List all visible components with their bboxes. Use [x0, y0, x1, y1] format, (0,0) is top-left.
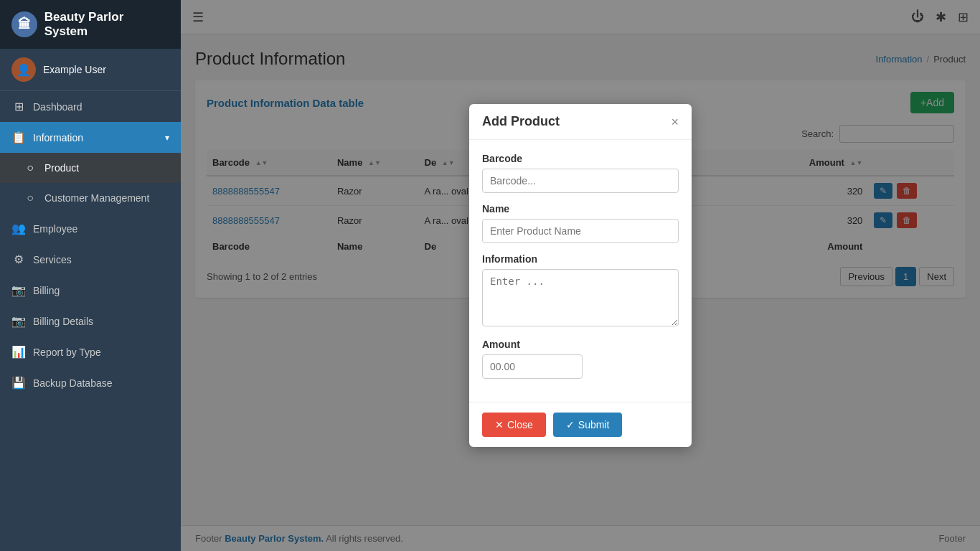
- sidebar-item-billing[interactable]: 📷 Billing: [0, 275, 181, 306]
- sidebar-item-dashboard[interactable]: ⊞ Dashboard: [0, 91, 181, 122]
- sidebar-item-label: Report by Type: [33, 347, 101, 358]
- amount-input[interactable]: [482, 354, 583, 379]
- sidebar-item-report[interactable]: 📊 Report by Type: [0, 336, 181, 367]
- add-product-modal: Add Product × Barcode Name Information A…: [469, 104, 692, 447]
- chevron-down-icon: ▾: [165, 133, 169, 143]
- sidebar-item-label: Employee: [33, 223, 77, 235]
- brand-title: Beauty Parlor System: [44, 10, 169, 39]
- name-field-group: Name: [482, 203, 679, 243]
- sidebar-item-label: Customer Management: [44, 192, 149, 204]
- modal-close-x-button[interactable]: ×: [671, 116, 679, 128]
- employee-icon: 👥: [11, 222, 26, 235]
- amount-field-group: Amount: [482, 339, 679, 379]
- sidebar-item-billing-details[interactable]: 📷 Billing Details: [0, 306, 181, 336]
- backup-icon: 💾: [11, 376, 26, 390]
- sidebar-item-label: Product: [44, 162, 79, 174]
- modal-title: Add Product: [482, 114, 560, 129]
- sidebar-item-customer[interactable]: ○ Customer Management: [0, 183, 181, 213]
- sidebar-item-information[interactable]: 📋 Information ▾: [0, 122, 181, 153]
- sidebar-item-label: Billing: [33, 285, 60, 296]
- info-label: Information: [482, 253, 679, 265]
- information-icon: 📋: [11, 131, 26, 144]
- customer-icon: ○: [23, 192, 37, 204]
- amount-label: Amount: [482, 339, 679, 350]
- sidebar-user: 👤 Example User: [0, 49, 181, 91]
- sidebar-nav: ⊞ Dashboard 📋 Information ▾ ○ Product ○ …: [0, 91, 181, 551]
- sidebar: 🏛 Beauty Parlor System 👤 Example User ⊞ …: [0, 0, 181, 551]
- product-icon: ○: [23, 161, 37, 174]
- dashboard-icon: ⊞: [11, 100, 26, 113]
- checkmark-icon: ✓: [566, 419, 575, 430]
- sidebar-item-label: Dashboard: [33, 101, 83, 113]
- main-area: ☰ ⏻ ✱ ⊞ Product Information Information …: [181, 0, 980, 551]
- billing-icon: 📷: [11, 283, 26, 297]
- submit-button[interactable]: ✓ Submit: [553, 413, 623, 437]
- brand: 🏛 Beauty Parlor System: [0, 0, 181, 49]
- name-input[interactable]: [482, 219, 679, 243]
- close-modal-button[interactable]: ✕ Close: [482, 413, 546, 437]
- sidebar-item-backup[interactable]: 💾 Backup Database: [0, 367, 181, 398]
- modal-header: Add Product ×: [469, 104, 692, 140]
- modal-body: Barcode Name Information Amount: [469, 140, 692, 402]
- sidebar-item-product[interactable]: ○ Product: [0, 153, 181, 183]
- billing-details-icon: 📷: [11, 314, 26, 328]
- sidebar-item-employee[interactable]: 👥 Employee: [0, 213, 181, 244]
- modal-overlay: Add Product × Barcode Name Information A…: [181, 0, 980, 551]
- submit-label: Submit: [578, 419, 610, 430]
- sidebar-item-label: Services: [33, 254, 72, 265]
- sidebar-item-services[interactable]: ⚙ Services: [0, 244, 181, 275]
- info-field-group: Information: [482, 253, 679, 329]
- sidebar-item-label: Information: [33, 132, 83, 143]
- barcode-label: Barcode: [482, 153, 679, 164]
- report-icon: 📊: [11, 345, 26, 359]
- avatar: 👤: [11, 57, 36, 82]
- modal-footer: ✕ Close ✓ Submit: [469, 402, 692, 447]
- name-label: Name: [482, 203, 679, 215]
- barcode-input[interactable]: [482, 169, 679, 193]
- sidebar-item-label: Billing Details: [33, 316, 93, 327]
- services-icon: ⚙: [11, 253, 26, 266]
- info-textarea[interactable]: [482, 269, 679, 326]
- sidebar-item-label: Backup Database: [33, 377, 113, 389]
- barcode-field-group: Barcode: [482, 153, 679, 193]
- close-x-icon: ✕: [495, 419, 504, 430]
- username: Example User: [43, 64, 106, 75]
- brand-icon: 🏛: [11, 11, 37, 37]
- close-label: Close: [507, 419, 533, 430]
